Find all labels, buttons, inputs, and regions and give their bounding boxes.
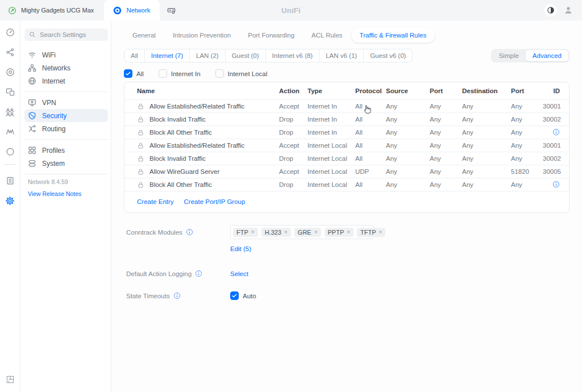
sidebar-item-label: VPN: [42, 99, 56, 107]
release-notes-link[interactable]: View Release Notes: [24, 190, 108, 197]
icon-rail: [0, 20, 20, 392]
sidebar-item-label: Profiles: [42, 147, 65, 155]
lock-icon: [137, 129, 144, 136]
checkbox-unchecked-icon: [215, 69, 224, 78]
select-logging-link[interactable]: Select: [230, 270, 248, 277]
sidebar-item-vpn[interactable]: VPN: [24, 96, 108, 109]
rail-ring-button[interactable]: [5, 146, 16, 157]
checkbox-internet-local[interactable]: Internet Local: [215, 69, 268, 78]
segment-lan[interactable]: LAN (2): [190, 49, 226, 62]
checkbox-all[interactable]: All: [124, 69, 144, 78]
checkbox-checked-icon: [230, 291, 239, 300]
sidebar-item-internet[interactable]: Internet: [24, 74, 108, 87]
remove-tag-icon[interactable]: ×: [314, 229, 318, 235]
col-name: Name: [137, 87, 279, 94]
table-header: Name Action Type Protocol Source Port De…: [124, 82, 569, 99]
checkbox-internet-in[interactable]: Internet In: [159, 69, 201, 78]
console-switcher[interactable]: Mighty Gadgets UCG Max: [0, 0, 104, 20]
sidebar-item-system[interactable]: System: [24, 157, 108, 170]
mode-advanced[interactable]: Advanced: [526, 50, 568, 61]
table-row[interactable]: Block All Other Traffic Drop Internet Lo…: [124, 178, 569, 191]
rail-clients-button[interactable]: [5, 106, 16, 118]
tab-port-forwarding[interactable]: Port Forwarding: [239, 28, 303, 43]
lock-icon: [137, 103, 144, 110]
create-port-ip-group-link[interactable]: Create Port/IP Group: [184, 198, 246, 205]
console-status-icon: [8, 6, 16, 15]
remove-tag-icon[interactable]: ×: [347, 229, 350, 235]
col-action: Action: [279, 87, 307, 94]
conntrack-modules-input[interactable]: FTP× H.323× GRE× PPTP× TFTP×: [230, 225, 374, 239]
checkbox-auto[interactable]: Auto: [230, 291, 256, 300]
sidebar-item-routing[interactable]: Routing: [24, 122, 108, 135]
rail-devices-button[interactable]: [5, 86, 16, 98]
tab-general[interactable]: General: [124, 28, 164, 43]
account-button[interactable]: [564, 6, 573, 15]
tab-intrusion-prevention[interactable]: Intrusion Prevention: [164, 28, 239, 43]
mode-simple[interactable]: Simple: [492, 50, 526, 61]
search-icon: [29, 31, 36, 38]
remove-tag-icon[interactable]: ×: [284, 229, 288, 235]
remove-tag-icon[interactable]: ×: [379, 229, 383, 235]
table-row[interactable]: Allow WireGuard Server Accept Internet L…: [124, 165, 569, 178]
network-filter-segments: All Internet (7) LAN (2) Guest (0) Inter…: [124, 49, 413, 62]
table-row[interactable]: Allow Established/Related Traffic Accept…: [124, 99, 569, 112]
main-content: General Intrusion Prevention Port Forwar…: [111, 20, 582, 392]
table-row[interactable]: Block Invalid Traffic Drop Internet In A…: [124, 112, 569, 126]
tab-acl-rules[interactable]: ACL Rules: [303, 28, 351, 43]
console-device-button[interactable]: [160, 0, 183, 20]
info-icon[interactable]: [552, 181, 560, 188]
segment-internet-v6[interactable]: Internet v6 (8): [266, 49, 320, 62]
globe-icon: [28, 77, 36, 85]
sidebar-item-security[interactable]: Security: [24, 109, 108, 122]
vpn-icon: [28, 98, 36, 107]
topology-icon: [6, 48, 15, 57]
console-device-icon: [167, 6, 176, 15]
shield-icon: [28, 111, 36, 120]
top-bar: Mighty Gadgets UCG Max Network UniFi: [0, 0, 582, 20]
rail-insights-button[interactable]: [5, 126, 16, 137]
rail-topology-button[interactable]: [5, 47, 16, 58]
tab-network-app[interactable]: Network: [104, 0, 159, 20]
info-icon[interactable]: [173, 292, 181, 299]
theme-toggle-button[interactable]: [544, 4, 557, 16]
segment-internet[interactable]: Internet (7): [145, 49, 190, 62]
rail-logs-button[interactable]: [5, 175, 16, 186]
firewall-rules-table: Name Action Type Protocol Source Port De…: [124, 82, 569, 213]
checkbox-checked-icon: [124, 69, 132, 78]
col-protocol: Protocol: [355, 87, 386, 94]
table-row[interactable]: Block All Other Traffic Drop Internet In…: [124, 126, 569, 139]
sidebar-item-label: WiFi: [42, 51, 56, 59]
search-settings-input[interactable]: Search Settings: [24, 28, 108, 41]
tab-traffic-firewall-rules[interactable]: Traffic & Firewall Rules: [351, 28, 435, 43]
sidebar-item-wifi[interactable]: WiFi: [24, 48, 108, 61]
state-timeouts-label: State Timeouts: [126, 293, 170, 299]
segment-lan-v6[interactable]: LAN v6 (1): [319, 49, 364, 62]
routing-icon: [28, 124, 36, 133]
table-row[interactable]: Allow Established/Related Traffic Accept…: [124, 139, 569, 152]
segment-guest[interactable]: Guest (0): [226, 49, 266, 62]
segment-all[interactable]: All: [124, 49, 145, 62]
tag-tftp: TFTP×: [357, 228, 385, 237]
info-icon[interactable]: [186, 228, 193, 236]
table-row[interactable]: Block Invalid Traffic Drop Internet Loca…: [124, 152, 569, 165]
info-icon[interactable]: [552, 128, 560, 136]
remove-tag-icon[interactable]: ×: [251, 229, 255, 235]
rail-divider: [5, 164, 16, 165]
segment-guest-v6[interactable]: Guest v6 (0): [364, 49, 412, 62]
sidebar-item-profiles[interactable]: Profiles: [24, 144, 108, 157]
settings-tabs: General Intrusion Prevention Port Forwar…: [124, 28, 569, 43]
sidebar-item-networks[interactable]: Networks: [24, 61, 108, 74]
logs-icon: [6, 176, 15, 185]
checkbox-label: Internet In: [171, 70, 201, 77]
rail-floorplan-button[interactable]: [5, 374, 16, 385]
dashboard-icon: [6, 28, 15, 37]
edit-modules-link[interactable]: Edit (5): [230, 245, 251, 252]
create-entry-link[interactable]: Create Entry: [137, 198, 174, 205]
info-icon[interactable]: [195, 270, 202, 277]
checkbox-label: Auto: [243, 293, 256, 299]
rail-radios-button[interactable]: [5, 66, 16, 78]
rail-settings-button[interactable]: [5, 195, 16, 206]
default-action-logging-row: Default Action Logging Select: [126, 266, 569, 281]
rail-dashboard-button[interactable]: [5, 27, 16, 38]
lock-icon: [137, 181, 144, 189]
